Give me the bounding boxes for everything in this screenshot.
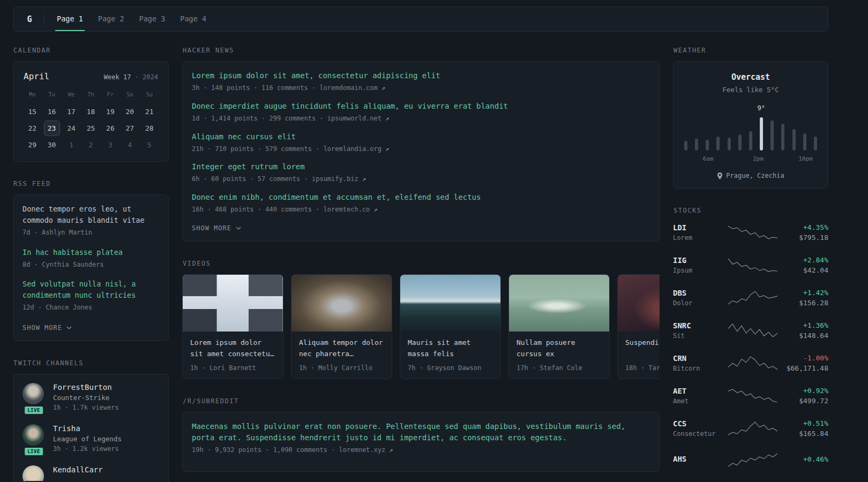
video-body: Mauris sit amet massa felis 7h · Grayson… bbox=[400, 332, 500, 379]
subreddit-card: Maecenas mollis pulvinar erat non posuer… bbox=[182, 412, 660, 472]
rss-show-more-button[interactable]: SHOW MORE bbox=[23, 324, 72, 332]
stock-values: +2.84% $42.04 bbox=[781, 256, 828, 274]
hackernews-item-title[interactable]: Aliquam nec cursus elit bbox=[192, 131, 650, 142]
rss-item: Donec tempor eros leo, ut commodo mauris… bbox=[23, 204, 159, 237]
hackernews-item-title[interactable]: Lorem ipsum dolor sit amet, consectetur … bbox=[192, 70, 650, 81]
calendar-day-next-month: 2 bbox=[83, 137, 99, 153]
video-body: Lorem ipsum dolor sit amet consectetu… 1… bbox=[183, 332, 283, 379]
stock-info: LDI Lorem bbox=[673, 223, 724, 242]
stock-row[interactable]: SNRC Sit +1.36% $148.64 bbox=[673, 321, 828, 340]
twitch-channel[interactable]: LIVE Trisha League of Legends 3h · 1.2k … bbox=[23, 424, 159, 453]
stock-sparkline bbox=[724, 420, 781, 436]
rss-item-title[interactable]: Donec tempor eros leo, ut commodo mauris… bbox=[23, 204, 159, 226]
calendar-week: Week 17 bbox=[104, 73, 131, 81]
stock-name: Ipsum bbox=[673, 267, 724, 274]
calendar-day: 29 bbox=[24, 137, 40, 153]
stock-price: $795.18 bbox=[781, 234, 828, 242]
rss-widget: RSS FEED Donec tempor eros leo, ut commo… bbox=[13, 180, 169, 341]
calendar-card: April Week 17 · 2024 Mo Tu We Th Fr Sa S… bbox=[13, 61, 169, 162]
tab-page-2[interactable]: Page 2 bbox=[96, 7, 126, 31]
avatar-wrap: LIVE bbox=[23, 383, 45, 411]
video-card[interactable]: Suspendisse diam 18h · Tara bbox=[617, 274, 660, 379]
rss-item-title[interactable]: In hac habitasse platea bbox=[23, 247, 159, 258]
video-card[interactable]: Mauris sit amet massa felis 7h · Grayson… bbox=[400, 274, 501, 379]
calendar-day-next-month: 5 bbox=[141, 137, 158, 153]
dot-separator: · bbox=[135, 73, 139, 81]
stock-change: +0.51% bbox=[781, 419, 828, 427]
hackernews-item-title[interactable]: Donec enim nibh, condimentum et accumsan… bbox=[192, 192, 650, 203]
stock-sparkline bbox=[724, 388, 781, 404]
tab-page-4[interactable]: Page 4 bbox=[178, 7, 208, 31]
external-link-icon[interactable]: ↗ bbox=[362, 175, 366, 183]
hackernews-item: Donec imperdiet augue tincidunt felis al… bbox=[192, 101, 650, 123]
stock-row[interactable]: DBS Dolor +1.42% $156.28 bbox=[673, 289, 828, 307]
weather-feels-like: Feels like 5°C bbox=[682, 86, 819, 94]
external-link-icon[interactable]: ↗ bbox=[381, 84, 385, 92]
subreddit-item-title[interactable]: Maecenas mollis pulvinar erat non posuer… bbox=[192, 421, 650, 443]
avatar bbox=[23, 424, 44, 446]
video-thumbnail bbox=[291, 275, 392, 332]
rss-item-meta: 12d · Chance Jones bbox=[23, 303, 159, 312]
video-thumbnail bbox=[183, 275, 283, 332]
weather-bar bbox=[814, 137, 817, 150]
hackernews-show-more-button[interactable]: SHOW MORE bbox=[192, 224, 241, 232]
left-column: CALENDAR April Week 17 · 2024 Mo Tu We T… bbox=[13, 47, 169, 482]
video-thumbnail bbox=[400, 275, 500, 332]
video-title: Suspendisse diam bbox=[625, 337, 660, 360]
external-link-icon[interactable]: ↗ bbox=[385, 145, 389, 153]
subreddit-item-meta: 19h · 9,932 points · 1,090 comments · lo… bbox=[192, 446, 650, 455]
weather-chart: 9° bbox=[684, 106, 817, 150]
weather-widget: WEATHER Overcast Feels like 5°C 9° 6am 2… bbox=[673, 47, 828, 189]
external-link-icon[interactable]: ↗ bbox=[385, 115, 389, 122]
stock-name: Dolor bbox=[673, 299, 724, 307]
channel-category: Counter-Strike bbox=[53, 394, 119, 402]
calendar-dow: Sa bbox=[126, 88, 133, 103]
video-card[interactable]: Lorem ipsum dolor sit amet consectetu… 1… bbox=[182, 274, 283, 379]
stock-row[interactable]: LDI Lorem +4.35% $795.18 bbox=[673, 223, 828, 242]
channel-category: League of Legends bbox=[53, 435, 122, 443]
weather-current-temp: 9° bbox=[758, 104, 765, 112]
twitch-channel[interactable]: LIVE ForrestBurton Counter-Strike 1h · 1… bbox=[23, 383, 159, 411]
stock-row[interactable]: AET Amet +0.92% $499.72 bbox=[673, 387, 828, 405]
external-link-icon[interactable]: ↗ bbox=[389, 446, 393, 454]
calendar-day: 20 bbox=[122, 104, 138, 119]
stock-row[interactable]: IIG Ipsum +2.84% $42.04 bbox=[673, 256, 828, 274]
avatar-wrap: LIVE bbox=[23, 424, 45, 453]
calendar-day: 16 bbox=[44, 104, 60, 119]
stock-symbol: AET bbox=[673, 387, 724, 395]
weather-bar bbox=[770, 120, 774, 150]
rss-item-title[interactable]: Sed volutpat nulla nisl, a condimentum n… bbox=[23, 278, 159, 301]
channel-info: Trisha League of Legends 3h · 1.2k viewe… bbox=[53, 424, 122, 453]
videos-row: Lorem ipsum dolor sit amet consectetu… 1… bbox=[182, 274, 660, 379]
tab-page-3[interactable]: Page 3 bbox=[138, 7, 167, 31]
external-link-icon[interactable]: ↗ bbox=[374, 206, 378, 213]
weather-bar bbox=[728, 138, 731, 150]
stock-values: +1.42% $156.28 bbox=[781, 289, 828, 307]
video-card[interactable]: Aliquam tempor dolor nec pharetra… 1h · … bbox=[291, 274, 392, 379]
calendar-grid: Mo Tu We Th Fr Sa Su 15 16 17 18 19 20 2… bbox=[23, 88, 159, 153]
weather-time-label: 2pm bbox=[753, 155, 764, 162]
rss-section-title: RSS FEED bbox=[13, 180, 169, 187]
hackernews-item-title[interactable]: Donec imperdiet augue tincidunt felis al… bbox=[192, 101, 650, 112]
calendar-day: 19 bbox=[102, 104, 118, 119]
app-logo[interactable]: G bbox=[16, 7, 43, 31]
stock-values: +0.46% bbox=[781, 455, 828, 465]
rss-card: Donec tempor eros leo, ut commodo mauris… bbox=[13, 194, 169, 341]
video-card[interactable]: Nullam posuere cursus ex 17h · Stefan Co… bbox=[508, 274, 610, 379]
stock-row[interactable]: CCS Consectetur +0.51% $165.84 bbox=[673, 419, 828, 438]
stock-sparkline bbox=[724, 290, 781, 306]
stock-row[interactable]: AHS +0.46% bbox=[673, 452, 828, 468]
hackernews-item-title[interactable]: Integer eget rutrum lorem bbox=[192, 161, 650, 172]
stock-values: +4.35% $795.18 bbox=[781, 223, 828, 242]
calendar-dow: Fr bbox=[107, 88, 114, 103]
calendar-header: April Week 17 · 2024 bbox=[23, 70, 159, 88]
stocks-list: LDI Lorem +4.35% $795.18 IIG Ipsum bbox=[673, 221, 828, 468]
video-title: Aliquam tempor dolor nec pharetra… bbox=[299, 337, 384, 360]
right-column: WEATHER Overcast Feels like 5°C 9° 6am 2… bbox=[673, 47, 828, 482]
twitch-channel[interactable]: LIVE KendallCarr bbox=[23, 465, 159, 482]
video-title: Mauris sit amet massa felis bbox=[408, 337, 493, 360]
stock-row[interactable]: CRN Bitcorn -1.00% $66,171.48 bbox=[673, 354, 828, 372]
subreddit-widget: /R/SUBREDDIT Maecenas mollis pulvinar er… bbox=[182, 397, 660, 472]
subreddit-section-title: /R/SUBREDDIT bbox=[183, 397, 660, 405]
tab-page-1[interactable]: Page 1 bbox=[55, 7, 85, 31]
